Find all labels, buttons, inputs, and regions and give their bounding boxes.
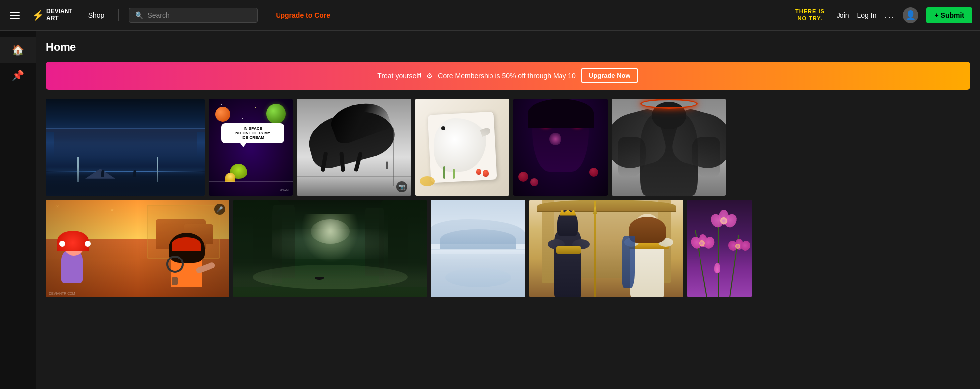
header-left: ⚡ DEVIANTART Shop 🔍 Upgrade to Core (8, 8, 338, 23)
gallery: IN SPACENO ONE GETS MYICE-CREAM 3/5/23 (46, 99, 970, 297)
gallery-item-cyberpunk[interactable] (46, 99, 205, 196)
artwork-fish-painting (415, 99, 509, 196)
gallery-item-furry-car[interactable]: ♡ ★ 🎤 DEVIAHTR.COM (46, 200, 229, 297)
search-input[interactable] (147, 11, 251, 19)
main-content: Home Treat yourself! ⚙ Core Membership i… (36, 31, 980, 389)
gallery-item-space-comic[interactable]: IN SPACENO ONE GETS MYICE-CREAM 3/5/23 (209, 99, 293, 196)
more-options-button[interactable]: ... (884, 10, 895, 20)
gallery-item-forest-lake[interactable] (233, 200, 427, 297)
gallery-item-fish-painting[interactable] (415, 99, 509, 196)
search-icon: 🔍 (135, 11, 143, 19)
sidebar: 🏠 📌 (0, 31, 36, 389)
artwork-misty-landscape (431, 200, 525, 297)
artwork-crow-fantasy (612, 99, 726, 196)
search-bar: 🔍 (129, 8, 258, 23)
logo[interactable]: ⚡ DEVIANTART (32, 8, 72, 21)
menu-button[interactable] (8, 10, 22, 21)
logo-text: DEVIANTART (46, 8, 72, 21)
gallery-item-horse-bw[interactable]: 📷 (297, 99, 411, 196)
artwork-furry-car: ♡ ★ 🎤 DEVIAHTR.COM (46, 200, 229, 297)
sidebar-item-watch[interactable]: 📌 (0, 63, 36, 88)
artwork-fantasy-warriors (529, 200, 683, 297)
sidebar-item-home[interactable]: 🏠 (0, 37, 36, 63)
artwork-space-comic: IN SPACENO ONE GETS MYICE-CREAM 3/5/23 (209, 99, 293, 196)
gallery-item-crow-fantasy[interactable] (612, 99, 726, 196)
watch-icon: 📌 (12, 69, 24, 81)
gallery-item-flowers[interactable] (687, 200, 752, 297)
user-avatar-button[interactable]: 👤 (903, 7, 918, 23)
user-avatar-icon: 👤 (905, 10, 916, 21)
gallery-row-1: IN SPACENO ONE GETS MYICE-CREAM 3/5/23 (46, 99, 970, 196)
submit-button[interactable]: + Submit (926, 7, 972, 23)
upgrade-now-button[interactable]: Upgrade Now (581, 68, 638, 83)
photo-badge: 📷 (396, 181, 407, 192)
promo-main-text: Core Membership is 50% off through May 1… (438, 72, 576, 80)
upgrade-to-core-button[interactable]: Upgrade to Core (268, 11, 338, 19)
gallery-item-fantasy-warriors[interactable] (529, 200, 683, 297)
gallery-item-misty-landscape[interactable] (431, 200, 525, 297)
artwork-horse-bw: 📷 (297, 99, 411, 196)
gallery-row-2: ♡ ★ 🎤 DEVIAHTR.COM (46, 200, 970, 297)
promo-banner: Treat yourself! ⚙ Core Membership is 50%… (46, 62, 970, 90)
login-button[interactable]: Log In (857, 11, 877, 19)
core-icon: ⚙ (426, 72, 433, 80)
header-right: THERE IS NO TRY. Join Log In ... 👤 + Sub… (791, 6, 972, 23)
home-icon: 🏠 (12, 44, 24, 56)
header-divider (118, 9, 119, 21)
join-button[interactable]: Join (837, 11, 849, 19)
mic-badge: 🎤 (214, 204, 225, 215)
artwork-cyberpunk (46, 99, 205, 196)
promo-badge: THERE IS NO TRY. (791, 6, 829, 23)
artwork-anime-dark (513, 99, 608, 196)
page-title: Home (46, 41, 970, 54)
header: ⚡ DEVIANTART Shop 🔍 Upgrade to Core THER… (0, 0, 980, 31)
gallery-item-anime-dark[interactable] (513, 99, 608, 196)
artwork-forest-lake (233, 200, 427, 297)
logo-bolt-icon: ⚡ (32, 9, 44, 21)
promo-badge-text: THERE IS NO TRY. (795, 8, 825, 21)
artwork-flowers (687, 200, 752, 297)
shop-link[interactable]: Shop (84, 11, 109, 19)
promo-prefix-text: Treat yourself! (377, 72, 421, 80)
